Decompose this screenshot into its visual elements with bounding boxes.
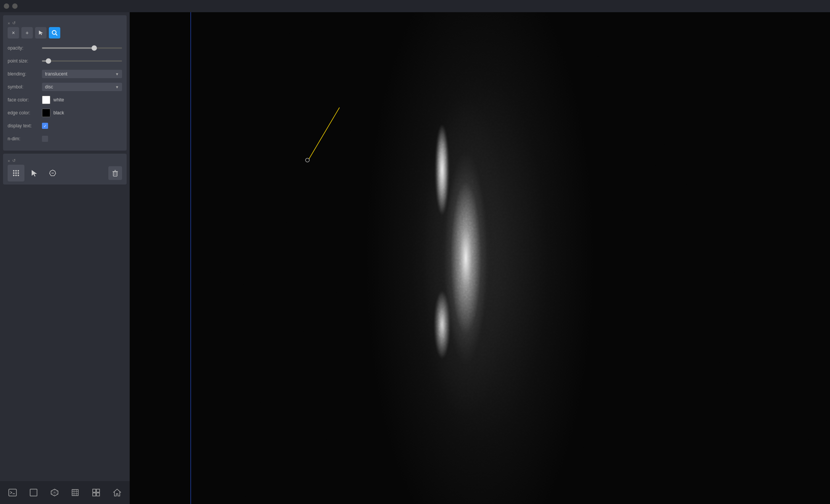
face-color-text: white (53, 97, 64, 103)
svg-rect-27 (72, 490, 78, 496)
opacity-slider[interactable] (42, 47, 122, 49)
minimize-button[interactable] (12, 3, 18, 9)
point-size-label: point size: (8, 58, 42, 64)
n-dim-row: n-dim: (8, 134, 122, 144)
search-button[interactable] (49, 27, 60, 39)
home-button[interactable] (109, 484, 125, 501)
point-size-row: point size: (8, 56, 122, 66)
svg-point-1 (52, 30, 56, 34)
add-layer-button[interactable]: + (21, 27, 33, 39)
mri-canvas (130, 12, 830, 504)
opacity-row: opacity: (8, 43, 122, 53)
svg-rect-22 (30, 489, 37, 496)
opacity-label: opacity: (8, 45, 42, 51)
point-size-slider[interactable] (42, 60, 122, 62)
window-button[interactable] (26, 484, 42, 501)
svg-rect-35 (97, 493, 100, 496)
edge-color-label: edge color: (8, 110, 42, 116)
svg-point-8 (18, 172, 19, 174)
edge-color-text: black (53, 110, 64, 116)
terminal-button[interactable] (5, 484, 21, 501)
edge-color-control: black (42, 109, 122, 117)
symbol-arrow-icon: ▼ (115, 85, 119, 89)
point-marker (306, 158, 309, 162)
display-text-checkbox[interactable]: ✓ (42, 123, 48, 129)
svg-point-4 (15, 170, 17, 172)
panel2-refresh[interactable]: ↺ (12, 158, 16, 163)
svg-point-5 (18, 170, 19, 172)
svg-point-6 (13, 172, 14, 174)
layer-panel2: × ↺ (3, 154, 127, 185)
cursor-tool-button[interactable] (35, 27, 47, 39)
tool-buttons-row (8, 165, 122, 181)
symbol-value: disc (45, 84, 53, 90)
svg-point-3 (13, 170, 14, 172)
grid-button[interactable] (88, 484, 105, 501)
svg-point-10 (15, 175, 17, 176)
delete-button[interactable] (108, 166, 122, 180)
3d-cube-button[interactable] (46, 484, 63, 501)
svg-marker-36 (114, 489, 121, 496)
panel2-minibar: × ↺ (8, 157, 122, 165)
edge-color-swatch[interactable] (42, 109, 50, 117)
panel1-minibar: × ↺ (8, 19, 122, 27)
symbol-row: symbol: disc ▼ (8, 82, 122, 92)
svg-rect-33 (97, 489, 100, 492)
overlay-svg (130, 12, 830, 504)
face-color-swatch[interactable] (42, 96, 50, 104)
svg-rect-34 (93, 493, 96, 496)
svg-marker-12 (32, 170, 37, 177)
blending-row: blending: translucent ▼ (8, 69, 122, 79)
blending-arrow-icon: ▼ (115, 72, 119, 76)
panel1-refresh[interactable]: ↺ (12, 21, 16, 26)
symbol-label: symbol: (8, 84, 42, 90)
n-dim-label: n-dim: (8, 136, 42, 141)
layer-toolbar: × + (8, 27, 122, 39)
left-panel: × ↺ × + (0, 12, 130, 504)
display-text-row: display text: ✓ (8, 121, 122, 131)
edge-color-row: edge color: black (8, 108, 122, 118)
title-bar (0, 0, 830, 12)
face-color-control: white (42, 96, 122, 104)
main-layout: × ↺ × + (0, 12, 830, 504)
yellow-measurement-line (309, 108, 339, 159)
symbol-dropdown[interactable]: disc ▼ (42, 83, 122, 91)
layer-controls-panel: × ↺ × + (3, 15, 127, 151)
svg-rect-32 (93, 489, 96, 492)
blending-dropdown[interactable]: translucent ▼ (42, 70, 122, 78)
svg-marker-0 (39, 30, 43, 35)
close-layer-button[interactable]: × (8, 27, 19, 39)
face-color-label: face color: (8, 97, 42, 103)
display-text-label: display text: (8, 123, 42, 128)
select-tool-button[interactable] (26, 165, 43, 181)
points-tool-button[interactable] (8, 165, 24, 181)
svg-rect-20 (9, 489, 16, 496)
svg-rect-15 (113, 172, 117, 176)
bottom-toolbar (0, 481, 130, 504)
svg-line-2 (56, 34, 57, 35)
blending-value: translucent (45, 71, 68, 77)
svg-point-7 (15, 172, 17, 174)
tag-tool-button[interactable] (44, 165, 61, 181)
panel2-close[interactable]: × (8, 159, 10, 163)
panel1-close[interactable]: × (8, 21, 10, 26)
n-dim-checkbox[interactable] (42, 136, 48, 142)
resize-button[interactable] (67, 484, 84, 501)
face-color-row: face color: white (8, 95, 122, 105)
svg-point-11 (18, 175, 19, 176)
svg-point-9 (13, 175, 14, 176)
close-button[interactable] (4, 3, 9, 9)
canvas-area[interactable] (130, 12, 830, 504)
blending-label: blending: (8, 71, 42, 77)
